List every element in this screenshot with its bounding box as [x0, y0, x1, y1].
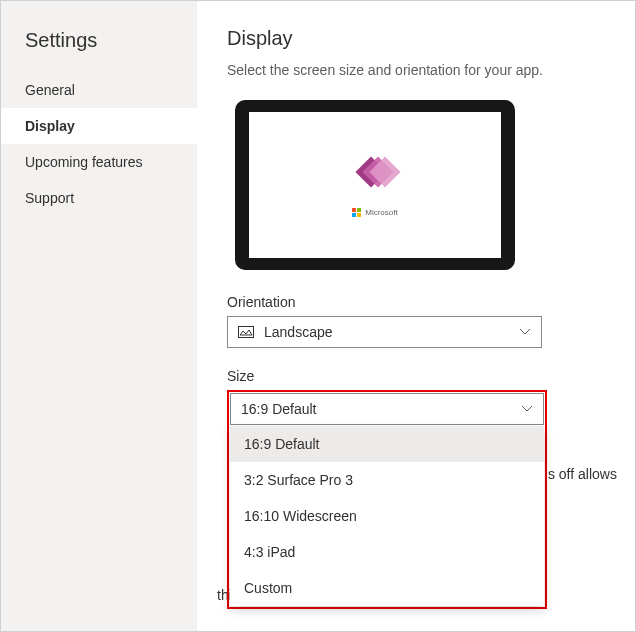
sidebar-item-display[interactable]: Display	[1, 108, 197, 144]
microsoft-label: Microsoft	[365, 208, 397, 217]
size-option-3-2-surface-pro-3[interactable]: 3:2 Surface Pro 3	[230, 462, 544, 498]
page-subtitle: Select the screen size and orientation f…	[227, 62, 605, 78]
sidebar-item-label: Display	[25, 118, 75, 134]
background-text: his off allows	[537, 466, 617, 482]
microsoft-logo-icon	[352, 208, 361, 217]
sidebar-item-label: Upcoming features	[25, 154, 143, 170]
option-label: 16:10 Widescreen	[244, 508, 357, 524]
sidebar-item-label: General	[25, 82, 75, 98]
size-dropdown[interactable]: 16:9 Default	[230, 393, 544, 425]
option-label: 4:3 iPad	[244, 544, 295, 560]
sidebar-item-label: Support	[25, 190, 74, 206]
svg-rect-0	[239, 327, 254, 338]
size-highlight-box: 16:9 Default 16:9 Default 3:2 Surface Pr…	[227, 390, 547, 609]
microsoft-tag: Microsoft	[352, 208, 397, 217]
option-label: 3:2 Surface Pro 3	[244, 472, 353, 488]
landscape-icon	[238, 326, 254, 338]
sidebar: Settings General Display Upcoming featur…	[1, 1, 197, 631]
chevron-down-icon	[519, 328, 531, 336]
sidebar-title: Settings	[1, 19, 197, 72]
main-panel: Display Select the screen size and orien…	[197, 1, 635, 631]
size-option-custom[interactable]: Custom	[230, 570, 544, 606]
device-preview: Microsoft	[235, 100, 515, 270]
page-title: Display	[227, 27, 605, 50]
orientation-label: Orientation	[227, 294, 605, 310]
size-label: Size	[227, 368, 605, 384]
size-value: 16:9 Default	[241, 401, 317, 417]
size-option-16-10-widescreen[interactable]: 16:10 Widescreen	[230, 498, 544, 534]
orientation-value: Landscape	[264, 324, 333, 340]
powerapps-logo-icon	[357, 154, 393, 190]
size-option-16-9-default[interactable]: 16:9 Default	[230, 426, 544, 462]
option-label: Custom	[244, 580, 292, 596]
size-options-list: 16:9 Default 3:2 Surface Pro 3 16:10 Wid…	[230, 426, 544, 606]
sidebar-item-upcoming-features[interactable]: Upcoming features	[1, 144, 197, 180]
sidebar-item-general[interactable]: General	[1, 72, 197, 108]
device-screen: Microsoft	[249, 112, 501, 258]
settings-window: Settings General Display Upcoming featur…	[0, 0, 636, 632]
size-option-4-3-ipad[interactable]: 4:3 iPad	[230, 534, 544, 570]
orientation-dropdown[interactable]: Landscape	[227, 316, 542, 348]
sidebar-item-support[interactable]: Support	[1, 180, 197, 216]
option-label: 16:9 Default	[244, 436, 320, 452]
chevron-down-icon	[521, 405, 533, 413]
